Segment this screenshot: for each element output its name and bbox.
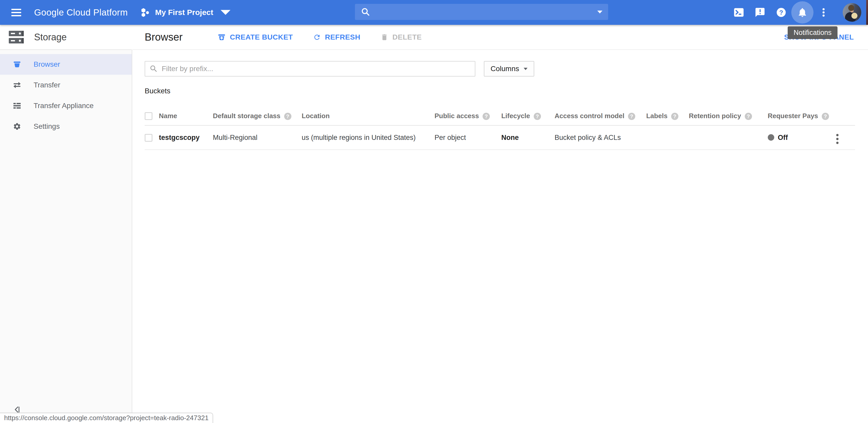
- buckets-section-label: Buckets: [145, 87, 868, 95]
- cell-storage_class: Multi-Regional: [213, 125, 302, 150]
- app-bar: Google Cloud Platform My First Project: [0, 0, 868, 25]
- column-header-location[interactable]: Location: [302, 106, 435, 125]
- column-header-retention[interactable]: Retention policy?: [689, 106, 768, 125]
- more-options-button[interactable]: [817, 6, 830, 19]
- sidebar-title: Storage: [34, 32, 67, 43]
- help-icon[interactable]: ?: [745, 113, 752, 120]
- table-header-row: NameDefault storage class?LocationPublic…: [145, 106, 855, 125]
- table-body: testgcscopyMulti-Regionalus (multiple re…: [145, 125, 855, 150]
- help-icon: ?: [776, 7, 786, 18]
- help-button[interactable]: ?: [775, 6, 787, 19]
- sidebar: Storage Browser Transfer: [0, 25, 132, 423]
- delete-button[interactable]: DELETE: [380, 33, 422, 41]
- select-all-header-cell: [145, 106, 159, 125]
- filter-input[interactable]: [162, 65, 471, 73]
- gear-icon: [13, 122, 21, 131]
- cell-lifecycle: None: [501, 125, 554, 150]
- main-content: Browser CREATE BUCKET REFRESH DELETE SHO…: [132, 25, 868, 423]
- cell-location: us (multiple regions in United States): [302, 125, 435, 150]
- columns-caret-icon: [524, 68, 528, 70]
- bucket-row[interactable]: testgcscopyMulti-Regionalus (multiple re…: [145, 125, 855, 150]
- filter-search-icon: [149, 64, 158, 73]
- bucket-icon: [13, 60, 21, 68]
- column-header-access_control[interactable]: Access control model?: [555, 106, 646, 125]
- sidebar-item-transfer[interactable]: Transfer: [0, 75, 132, 95]
- kebab-menu-icon: [818, 7, 829, 18]
- row-checkbox[interactable]: [145, 134, 152, 142]
- column-header-name[interactable]: Name: [159, 106, 213, 125]
- appbar-actions: ?: [733, 0, 861, 25]
- cell-retention: [689, 125, 768, 150]
- screen-edge-artifact: [866, 0, 868, 25]
- columns-button[interactable]: Columns: [484, 61, 534, 77]
- help-icon[interactable]: ?: [628, 113, 635, 120]
- column-header-public_access[interactable]: Public access?: [435, 106, 501, 125]
- sidebar-item-label: Settings: [34, 122, 60, 131]
- column-header-labels[interactable]: Labels?: [646, 106, 689, 125]
- sidebar-item-label: Transfer: [34, 81, 60, 89]
- transfer-arrows-icon: [13, 81, 21, 89]
- sidebar-item-transfer-appliance[interactable]: Transfer Appliance: [0, 95, 132, 116]
- row-kebab-menu-icon[interactable]: [834, 133, 841, 145]
- feedback-button[interactable]: [754, 6, 766, 19]
- row-menu-cell: [834, 125, 855, 150]
- cloud-shell-button[interactable]: [733, 6, 745, 19]
- buckets-table: NameDefault storage class?LocationPublic…: [145, 106, 855, 150]
- notifications-bell-icon: [797, 7, 808, 18]
- sidebar-item-label: Transfer Appliance: [34, 102, 94, 110]
- user-avatar[interactable]: [843, 3, 861, 22]
- project-selector[interactable]: My First Project: [140, 7, 231, 18]
- column-header-storage_class[interactable]: Default storage class?: [213, 106, 302, 125]
- create-bucket-button[interactable]: CREATE BUCKET: [218, 33, 293, 41]
- sidebar-header: Storage: [0, 25, 132, 50]
- notifications-tooltip: Notifications: [788, 26, 838, 39]
- requester-pays-dot: [768, 134, 774, 141]
- help-icon[interactable]: ?: [483, 113, 490, 120]
- transfer-appliance-icon: [13, 102, 21, 110]
- column-header-requester_pays[interactable]: Requester Pays?: [768, 106, 834, 125]
- refresh-icon: [313, 33, 321, 41]
- sidebar-item-settings[interactable]: Settings: [0, 116, 132, 137]
- sidebar-item-browser[interactable]: Browser: [0, 54, 132, 75]
- hamburger-menu-icon[interactable]: [11, 7, 23, 18]
- column-header-lifecycle[interactable]: Lifecycle?: [501, 106, 554, 125]
- sidebar-item-label: Browser: [34, 60, 60, 68]
- appbar-search[interactable]: [355, 4, 608, 20]
- cell-name[interactable]: testgcscopy: [159, 125, 213, 150]
- toolbar: Browser CREATE BUCKET REFRESH DELETE SHO…: [132, 25, 868, 50]
- cell-requester_pays: Off: [768, 125, 834, 150]
- trash-icon: [380, 33, 388, 41]
- filter-box[interactable]: [145, 61, 475, 77]
- refresh-button[interactable]: REFRESH: [313, 33, 361, 41]
- page-title: Browser: [145, 31, 183, 43]
- help-icon[interactable]: ?: [284, 113, 291, 120]
- storage-product-icon: [8, 30, 25, 45]
- project-name: My First Project: [155, 8, 213, 17]
- filter-row: Columns: [145, 61, 855, 77]
- help-icon[interactable]: ?: [822, 113, 829, 120]
- cell-public_access: Per object: [435, 125, 501, 150]
- cell-labels: [646, 125, 689, 150]
- cell-access_control: Bucket policy & ACLs: [555, 125, 646, 150]
- svg-text:?: ?: [779, 9, 783, 16]
- search-dropdown-caret-icon[interactable]: [597, 10, 602, 13]
- chevron-down-icon: [220, 7, 231, 18]
- row-checkbox-cell: [145, 125, 159, 150]
- browser-status-bar: https://console.cloud.google.com/storage…: [0, 413, 213, 423]
- select-all-checkbox[interactable]: [145, 112, 152, 120]
- help-icon[interactable]: ?: [671, 113, 678, 120]
- product-logo: Google Cloud Platform: [34, 7, 128, 18]
- feedback-icon: [754, 7, 766, 18]
- sidebar-nav: Browser Transfer Transfer Appliance: [0, 50, 132, 137]
- column-header-menu: [834, 106, 855, 125]
- help-icon[interactable]: ?: [534, 113, 541, 120]
- appbar-search-input[interactable]: [374, 8, 597, 16]
- create-bucket-icon: [218, 33, 226, 41]
- notifications-button[interactable]: [796, 6, 809, 19]
- project-hexagons-icon: [140, 7, 151, 18]
- cloud-shell-icon: [733, 7, 745, 18]
- search-icon: [361, 7, 370, 17]
